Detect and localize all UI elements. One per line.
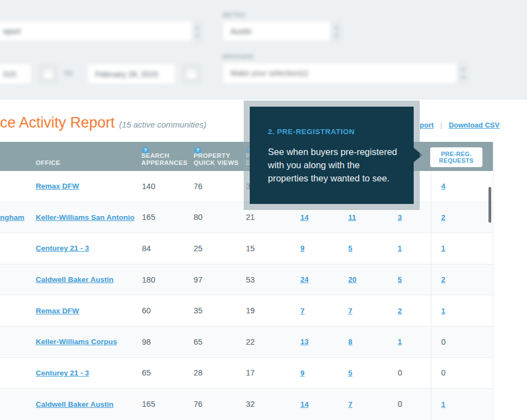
cell-office: Keller-Williams Corpus xyxy=(36,327,138,357)
tooltip-panel: 2. PRE-REGISTRATION See when buyers pre-… xyxy=(250,107,414,204)
cell-c5: 20 xyxy=(348,264,392,295)
cell-quick: 28 xyxy=(194,358,242,389)
c6-link[interactable]: 2 xyxy=(398,307,402,315)
prereg-link[interactable]: 1 xyxy=(441,400,446,408)
c5-link[interactable]: 20 xyxy=(348,275,356,284)
prereg-link[interactable]: 2 xyxy=(441,275,446,284)
date-to-input[interactable] xyxy=(87,64,175,84)
c5-link[interactable]: 11 xyxy=(348,213,356,222)
cell-quick: 25 xyxy=(194,233,242,264)
cell-search: 180 xyxy=(142,264,190,295)
cell-name xyxy=(0,233,33,264)
tooltip-body-text: See when buyers pre-registered with you … xyxy=(268,145,400,185)
brokers-stepper-icon[interactable] xyxy=(458,63,469,85)
metro-stepper-icon[interactable] xyxy=(332,21,342,43)
cell-office: Caldwell Baker Austin xyxy=(36,264,138,295)
cell-search: 140 xyxy=(142,171,190,202)
prereg-link[interactable]: 2 xyxy=(441,213,446,222)
cell-search: 65 xyxy=(142,358,190,389)
report-type-stepper-icon[interactable] xyxy=(193,21,203,43)
c4-link[interactable]: 9 xyxy=(300,369,305,377)
cell-c6: 5 xyxy=(398,264,428,295)
cell-office: Remax DFW xyxy=(36,171,138,202)
cell-prereg: 4 xyxy=(441,171,491,202)
cell-c4: 13 xyxy=(300,327,344,357)
c5-link[interactable]: 8 xyxy=(348,338,353,346)
cell-detail: 32 xyxy=(246,389,297,420)
cell-office: Centurey 21 - 3 xyxy=(36,233,138,264)
date-range-to-label: TO xyxy=(64,70,73,78)
brokers-input[interactable] xyxy=(223,63,457,84)
c6-link[interactable]: 5 xyxy=(398,275,402,284)
office-link[interactable]: Caldwell Baker Austin xyxy=(36,275,113,284)
calendar-icon[interactable] xyxy=(182,64,201,84)
c6-link[interactable]: 1 xyxy=(398,244,402,252)
cell-quick: 97 xyxy=(194,264,242,295)
print-report-link[interactable]: port xyxy=(420,121,433,129)
office-link[interactable]: Caldwell Baker Austin xyxy=(36,400,113,408)
c5-link[interactable]: 7 xyxy=(348,400,353,408)
vertical-scrollbar[interactable] xyxy=(488,187,491,223)
filter-panel: METRO TO BROKERS xyxy=(0,0,527,100)
c4-link[interactable]: 9 xyxy=(300,244,305,252)
cell-c5: 8 xyxy=(348,327,392,357)
prereg-link[interactable]: 1 xyxy=(441,244,446,252)
office-link[interactable]: Centurey 21 - 3 xyxy=(36,244,89,252)
cell-c4: 14 xyxy=(300,389,344,420)
cell-c5: 5 xyxy=(348,233,392,264)
date-from-input[interactable] xyxy=(0,64,31,84)
prereg-link[interactable]: 1 xyxy=(441,307,446,315)
cell-c4: 9 xyxy=(300,233,344,264)
cell-search: 84 xyxy=(142,233,190,264)
office-link[interactable]: Keller-Williams Corpus xyxy=(36,338,117,346)
page-title: ce Activity Report(15 active communities… xyxy=(0,114,206,131)
table-row: Centurey 21 - 38425159511 xyxy=(0,233,493,264)
metro-input[interactable] xyxy=(223,21,331,41)
c5-link[interactable]: 5 xyxy=(348,369,353,377)
c4-link[interactable]: 13 xyxy=(300,338,309,346)
c5-link[interactable]: 5 xyxy=(348,244,353,252)
cell-prereg: 1 xyxy=(441,389,491,420)
page-title-text: ce Activity Report xyxy=(0,114,115,131)
c5-link[interactable]: 7 xyxy=(348,307,353,315)
c4-link[interactable]: 14 xyxy=(300,400,309,408)
cell-office: Caldwell Baker Austin xyxy=(36,389,138,420)
tooltip-step-title: 2. PRE-REGISTRATION xyxy=(268,128,398,136)
prereg-link[interactable]: 4 xyxy=(441,182,446,190)
page-subtitle: (15 active communities) xyxy=(119,120,206,129)
table-row: Caldwell Baker Austin1809753242052 xyxy=(0,264,493,296)
cell-c5: 7 xyxy=(348,295,392,326)
cell-office: Centurey 21 - 3 xyxy=(36,358,138,389)
download-csv-link[interactable]: Download CSV xyxy=(449,121,499,129)
c4-link[interactable]: 24 xyxy=(300,275,309,284)
c6-link[interactable]: 3 xyxy=(398,213,402,222)
table-row: Remax DFW6035197721 xyxy=(0,295,493,327)
office-link[interactable]: Remax DFW xyxy=(36,307,79,315)
office-link[interactable]: Centurey 21 - 3 xyxy=(36,369,89,377)
report-type-input[interactable] xyxy=(0,21,193,41)
c4-link[interactable]: 14 xyxy=(300,213,309,222)
office-link[interactable]: Keller-Williams San Antonio xyxy=(36,213,134,222)
cell-c4: 7 xyxy=(300,295,344,326)
cell-prereg: 2 xyxy=(441,264,491,295)
metro-label: METRO xyxy=(223,12,245,18)
cell-prereg: 2 xyxy=(441,202,491,233)
cell-name: ngham xyxy=(0,202,33,233)
cell-quick: 80 xyxy=(194,202,242,233)
column-header-search-appearances: SEARCH APPERANCES xyxy=(141,152,188,167)
table-row: Centurey 21 - 36528179500 xyxy=(0,358,493,389)
cell-name xyxy=(0,358,33,389)
c4-link[interactable]: 7 xyxy=(300,307,305,315)
cell-name xyxy=(0,295,33,326)
cell-c6: 1 xyxy=(398,327,428,357)
office-link[interactable]: Remax DFW xyxy=(36,182,79,190)
cell-c6: 2 xyxy=(398,295,428,326)
cell-name xyxy=(0,171,33,202)
column-header-property-quick-views: PROPERTY QUICK VIEWS xyxy=(194,152,239,167)
pre-registration-tooltip: 2. PRE-REGISTRATION See when buyers pre-… xyxy=(244,101,420,210)
calendar-icon[interactable] xyxy=(39,64,58,84)
cell-detail: 15 xyxy=(246,233,297,264)
c6-link[interactable]: 1 xyxy=(398,338,402,346)
name-link[interactable]: ngham xyxy=(0,213,24,222)
cell-c4: 24 xyxy=(300,264,344,295)
